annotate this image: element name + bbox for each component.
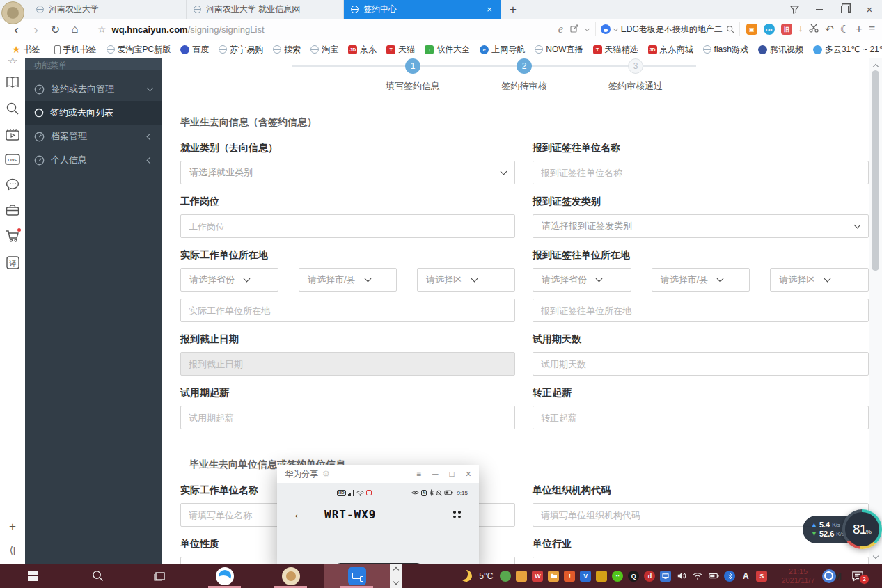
sidebar-item-archives[interactable]: 档案管理 <box>25 125 162 148</box>
tray-icon-wps[interactable]: W <box>532 571 543 582</box>
bookmark-item[interactable]: 苏宁易购 <box>214 44 268 56</box>
funnel-icon[interactable] <box>782 0 807 19</box>
home-button[interactable]: ⌂ <box>65 20 84 39</box>
cart-icon[interactable] <box>6 230 19 243</box>
chat-icon[interactable] <box>6 178 19 191</box>
live-icon[interactable]: LIVE <box>5 154 20 165</box>
tray-icon-amber[interactable] <box>516 571 527 582</box>
close-button[interactable]: × <box>857 0 882 19</box>
video-icon[interactable] <box>6 129 19 141</box>
memory-gauge[interactable]: 81% <box>842 509 882 549</box>
collapse-rail-icon[interactable]: ⟨| <box>10 545 15 555</box>
tray-icon-orange-shield[interactable]: ! <box>564 571 575 582</box>
share-icon[interactable] <box>569 24 579 35</box>
tab-signing-center[interactable]: 签约中心 × <box>344 0 501 19</box>
tray-icon-screen-share[interactable] <box>660 571 671 582</box>
co-app-icon[interactable]: co <box>764 24 775 35</box>
work-address-input[interactable] <box>180 299 515 322</box>
reading-list-icon[interactable] <box>6 76 19 88</box>
grid-menu-icon[interactable] <box>453 511 461 518</box>
bookmark-item[interactable]: JD京东商城 <box>643 44 698 56</box>
bookmark-item[interactable]: T天猫精选 <box>588 44 643 56</box>
scroll-up-arrow[interactable] <box>869 61 882 70</box>
scroll-down-icon[interactable] <box>393 579 399 585</box>
scroll-down-arrow[interactable] <box>869 552 882 562</box>
address-bar[interactable]: ☆ wq.hncaiyun.com/signing/signingList <box>97 24 552 35</box>
bookmark-item[interactable]: 搜索 <box>268 44 306 56</box>
scrollbar-thumb[interactable] <box>872 70 879 271</box>
screenshot-scissors-icon[interactable] <box>809 24 819 35</box>
tab-university[interactable]: 河南农业大学 <box>29 0 187 19</box>
tray-icon-gold-shield[interactable] <box>596 571 607 582</box>
task-view-button[interactable] <box>129 564 191 588</box>
page-scrollbar[interactable] <box>869 58 882 564</box>
restore-button[interactable] <box>832 0 857 19</box>
ime-icon[interactable]: A <box>740 571 751 582</box>
report-district-select[interactable]: 请选择区 <box>770 268 869 292</box>
minimize-button[interactable] <box>807 0 832 19</box>
back-arrow-icon[interactable]: ← <box>292 507 306 522</box>
bookmark-item[interactable]: 爱淘宝PC新版 <box>102 44 176 56</box>
tray-icon-sogou[interactable]: S <box>756 571 767 582</box>
report-address-input[interactable] <box>533 299 869 322</box>
bookmark-item[interactable]: T天猫 <box>381 44 420 56</box>
company-industry-select[interactable]: 请选择单位行业 <box>533 557 869 564</box>
speaker-icon[interactable] <box>676 571 687 582</box>
bookmark-item[interactable]: 手机书签 <box>49 44 102 56</box>
tray-icon-blue-shield[interactable]: V <box>580 571 591 582</box>
undo-icon[interactable]: ↶ <box>825 23 834 35</box>
bookmark-item[interactable]: 百度 <box>175 44 214 56</box>
weather-temperature[interactable]: 5°C <box>479 571 493 581</box>
report-issue-type-select[interactable]: 请选择报到证签发类别 <box>533 214 869 238</box>
bookmark-star-icon[interactable]: ☆ <box>97 24 107 35</box>
briefcase-icon[interactable] <box>6 204 19 216</box>
huawei-share-titlebar[interactable]: 华为分享 ⚙ ≡ ─ □ × <box>277 465 479 483</box>
download-icon[interactable]: ↓ <box>798 25 803 33</box>
bookmark-item[interactable]: 多云31℃ ~ 21℃ <box>808 44 882 56</box>
close-button[interactable]: × <box>466 468 471 479</box>
bookmark-item[interactable]: ↓软件大全 <box>420 44 475 56</box>
taskbar-scroll-strip[interactable] <box>390 564 402 588</box>
tray-icon-folder[interactable] <box>548 571 559 582</box>
taskbar-app-avatar[interactable] <box>258 564 324 588</box>
red-app-icon[interactable]: 旧 <box>781 24 792 35</box>
regular-salary-input[interactable] <box>533 406 869 429</box>
browser-profile-avatar[interactable] <box>1 1 24 24</box>
work-city-select[interactable]: 请选择市/县 <box>299 268 397 292</box>
search-icon[interactable] <box>6 102 19 116</box>
bookmark-item[interactable]: JD京东 <box>343 44 381 56</box>
report-unit-name-input[interactable] <box>533 161 869 184</box>
work-district-select[interactable]: 请选择区 <box>417 268 515 292</box>
browser-search-box[interactable]: EDG老板是不接班的地产二 <box>595 22 740 36</box>
ie-compat-icon[interactable]: e <box>558 23 563 35</box>
bookmark-item[interactable]: e上网导航 <box>475 44 530 56</box>
speed-ball-widget[interactable]: ▲5.4K/s ▼52.6K/s 81% <box>803 509 882 549</box>
bookmark-item[interactable]: NOW直播 <box>530 44 588 56</box>
chevron-down-icon[interactable] <box>585 26 590 31</box>
bookmark-item[interactable]: ★书签 <box>7 44 45 56</box>
add-icon[interactable]: + <box>856 23 862 35</box>
tab-jobs-site[interactable]: 河南农业大学 就业信息网 <box>187 0 344 19</box>
scroll-up-icon[interactable] <box>393 567 399 573</box>
taskbar-app-browser[interactable] <box>191 564 258 588</box>
bookmark-item[interactable]: 淘宝 <box>306 44 343 56</box>
night-mode-icon[interactable]: ☾ <box>840 23 849 35</box>
sidebar-item-personal-info[interactable]: 个人信息 <box>25 148 162 172</box>
taskbar-search-button[interactable] <box>66 564 129 588</box>
search-hotword[interactable]: EDG老板是不接班的地产二 <box>621 24 723 35</box>
new-tab-button[interactable]: + <box>501 0 525 19</box>
tray-icon-douyin[interactable]: d <box>644 571 655 582</box>
taskbar-app-huawei-share[interactable] <box>324 564 390 588</box>
gear-icon[interactable]: ⚙ <box>322 469 330 479</box>
favorites-icon[interactable]: ☆ <box>7 58 17 63</box>
add-panel-icon[interactable]: + <box>9 520 16 534</box>
start-button[interactable] <box>0 564 66 588</box>
report-city-select[interactable]: 请选择市/县 <box>652 268 750 292</box>
tray-icon-green[interactable] <box>500 571 511 582</box>
report-province-select[interactable]: 请选择省份 <box>533 268 631 292</box>
chevron-down-icon[interactable] <box>613 26 618 31</box>
network-icon[interactable] <box>692 571 703 582</box>
game-center-icon[interactable]: ▣ <box>746 24 757 35</box>
probation-days-input[interactable] <box>533 352 869 376</box>
work-province-select[interactable]: 请选择省份 <box>180 268 278 292</box>
